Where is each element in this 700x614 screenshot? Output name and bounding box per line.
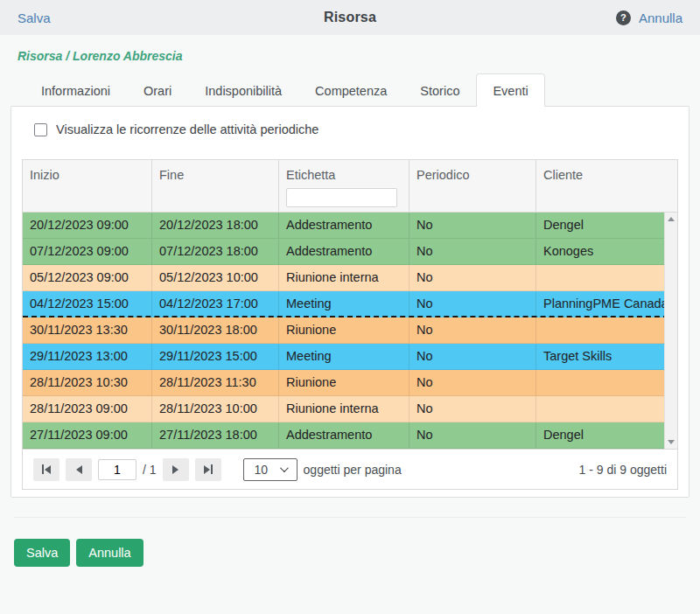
topbar-cancel-link[interactable]: Annulla <box>639 10 682 25</box>
cell-inizio: 28/11/2023 10:30 <box>23 370 152 395</box>
cell-cliente: PlanningPME Canada <box>536 291 677 316</box>
eventi-tab-panel: Visualizza le ricorrenze delle attività … <box>10 106 690 498</box>
dialog-titlebar: Salva Risorsa ? Annulla <box>0 0 700 35</box>
first-page-button[interactable] <box>33 458 60 481</box>
recurrence-checkbox-label: Visualizza le ricorrenze delle attività … <box>56 122 318 136</box>
cell-etichetta: Meeting <box>279 291 410 316</box>
page-count-label: / 1 <box>143 463 157 477</box>
etichetta-filter-input[interactable] <box>286 188 397 207</box>
recurrence-checkbox[interactable] <box>34 123 47 136</box>
table-row[interactable]: 05/12/2023 09:00 05/12/2023 10:00 Riunio… <box>23 265 677 291</box>
cell-cliente <box>536 317 677 343</box>
cell-cliente: Dengel <box>536 213 677 238</box>
tab-orari[interactable]: Orari <box>127 73 188 107</box>
cell-etichetta: Riunione <box>279 370 410 395</box>
scroll-up-icon[interactable] <box>668 217 675 221</box>
column-header-etichetta[interactable]: Etichetta <box>279 160 410 212</box>
help-icon[interactable]: ? <box>616 10 631 25</box>
page-size-value: 10 <box>255 463 269 477</box>
column-header-inizio[interactable]: Inizio <box>23 160 152 212</box>
column-header-etichetta-label: Etichetta <box>286 168 335 182</box>
cell-inizio: 20/12/2023 09:00 <box>23 213 152 238</box>
breadcrumb: Risorsa / Lorenzo Abbrescia <box>18 49 682 63</box>
cell-periodico: No <box>410 370 536 395</box>
cell-fine: 07/12/2023 18:00 <box>152 239 279 264</box>
previous-page-button[interactable] <box>66 458 92 481</box>
previous-page-icon <box>76 465 82 474</box>
tab-informazioni[interactable]: Informazioni <box>24 73 127 107</box>
tab-competenza[interactable]: Competenza <box>298 73 403 107</box>
cell-etichetta: Addestramento <box>279 239 410 264</box>
first-page-icon <box>42 464 44 474</box>
table-row[interactable]: 28/11/2023 10:30 28/11/2023 11:30 Riunio… <box>23 370 677 396</box>
cell-periodico: No <box>410 239 536 264</box>
cell-periodico: No <box>410 317 536 343</box>
events-grid: Inizio Fine Etichetta Periodico Cliente … <box>22 159 678 490</box>
topbar-save-link[interactable]: Salva <box>18 10 51 25</box>
cancel-button[interactable]: Annulla <box>76 539 143 567</box>
cell-fine: 05/12/2023 10:00 <box>152 265 279 290</box>
cell-cliente <box>536 396 677 422</box>
cell-inizio: 27/11/2023 09:00 <box>23 422 152 448</box>
cell-inizio: 28/11/2023 09:00 <box>23 396 152 422</box>
cell-inizio: 30/11/2023 13:30 <box>23 317 152 343</box>
tab-indisponibilita[interactable]: Indisponibilità <box>188 73 298 107</box>
cell-cliente: Dengel <box>536 422 677 448</box>
tab-bar: Informazioni Orari Indisponibilità Compe… <box>24 73 700 106</box>
page-title: Risorsa <box>0 10 700 25</box>
table-row[interactable]: 27/11/2023 09:00 27/11/2023 18:00 Addest… <box>23 422 677 449</box>
save-button[interactable]: Salva <box>14 539 70 567</box>
vertical-scrollbar[interactable] <box>664 213 677 449</box>
last-page-icon <box>204 465 210 474</box>
column-header-fine[interactable]: Fine <box>152 160 279 212</box>
cell-periodico: No <box>410 422 536 448</box>
cell-inizio: 04/12/2023 15:00 <box>23 291 152 316</box>
table-row[interactable]: 29/11/2023 13:00 29/11/2023 15:00 Meetin… <box>23 344 677 370</box>
cell-etichetta: Riunione interna <box>279 396 410 422</box>
next-page-button[interactable] <box>163 458 189 481</box>
cell-etichetta: Addestramento <box>279 213 410 238</box>
cell-cliente: Target Skills <box>536 344 677 369</box>
next-page-icon <box>172 465 178 474</box>
table-row[interactable]: 28/11/2023 09:00 28/11/2023 10:00 Riunio… <box>23 396 677 422</box>
tab-storico[interactable]: Storico <box>403 73 476 107</box>
cell-etichetta: Riunione interna <box>279 265 410 290</box>
cell-cliente <box>536 265 677 290</box>
cell-inizio: 29/11/2023 13:00 <box>23 344 152 369</box>
table-row[interactable]: 30/11/2023 13:30 30/11/2023 18:00 Riunio… <box>23 317 677 344</box>
cell-etichetta: Riunione <box>279 317 410 343</box>
grid-header: Inizio Fine Etichetta Periodico Cliente <box>23 160 677 213</box>
cell-fine: 04/12/2023 17:00 <box>152 291 279 316</box>
cell-inizio: 07/12/2023 09:00 <box>23 239 152 264</box>
scroll-down-icon[interactable] <box>668 440 675 444</box>
cell-fine: 29/11/2023 15:00 <box>152 344 279 369</box>
page-size-select[interactable]: 10 <box>243 458 298 481</box>
table-row[interactable]: 07/12/2023 09:00 07/12/2023 18:00 Addest… <box>23 239 677 265</box>
cell-fine: 30/11/2023 18:00 <box>152 317 279 343</box>
cell-periodico: No <box>410 265 536 290</box>
cell-fine: 28/11/2023 11:30 <box>152 370 279 395</box>
per-page-label: oggetti per pagina <box>304 463 402 477</box>
page-number-input[interactable] <box>98 459 136 480</box>
grid-pager: / 1 10 oggetti per pagina 1 - 9 di 9 ogg… <box>23 449 677 489</box>
tab-eventi[interactable]: Eventi <box>476 73 544 107</box>
cell-fine: 28/11/2023 10:00 <box>152 396 279 422</box>
table-row[interactable]: 04/12/2023 15:00 04/12/2023 17:00 Meetin… <box>23 291 677 317</box>
footer-actions: Salva Annulla <box>14 539 700 567</box>
cell-fine: 20/12/2023 18:00 <box>152 213 279 238</box>
cell-etichetta: Addestramento <box>279 422 410 448</box>
cell-fine: 27/11/2023 18:00 <box>152 422 279 448</box>
table-row[interactable]: 20/12/2023 09:00 20/12/2023 18:00 Addest… <box>23 213 677 239</box>
grid-body: 20/12/2023 09:00 20/12/2023 18:00 Addest… <box>23 213 677 449</box>
cell-inizio: 05/12/2023 09:00 <box>23 265 152 290</box>
cell-periodico: No <box>410 344 536 369</box>
column-header-periodico[interactable]: Periodico <box>410 160 536 212</box>
cell-cliente: Konoges <box>536 239 677 264</box>
cell-periodico: No <box>410 213 536 238</box>
last-page-button[interactable] <box>195 458 221 481</box>
chevron-down-icon <box>280 464 289 472</box>
cell-etichetta: Meeting <box>279 344 410 369</box>
column-header-cliente[interactable]: Cliente <box>536 160 677 212</box>
cell-periodico: No <box>410 396 536 422</box>
items-range-label: 1 - 9 di 9 oggetti <box>579 463 667 477</box>
